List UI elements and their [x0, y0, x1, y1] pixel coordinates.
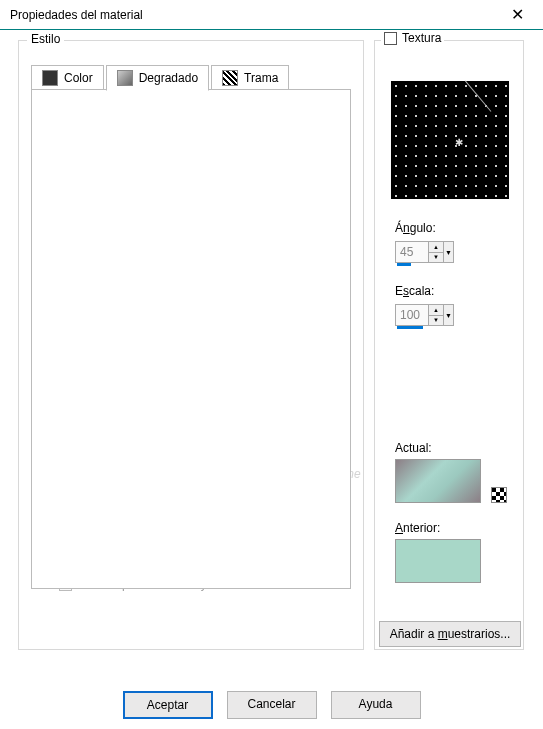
pattern-swatch-icon: [222, 70, 238, 86]
tab-panel: [31, 89, 351, 589]
cancelar-button[interactable]: Cancelar: [227, 691, 317, 719]
close-button[interactable]: ✕: [497, 2, 537, 28]
tab-color-label: Color: [64, 71, 93, 85]
window-title: Propiedades del material: [10, 8, 143, 22]
tex-ang-range-indicator: [397, 263, 411, 266]
gradient-swatch-icon: [117, 70, 133, 86]
anterior-label: Anterior:: [395, 521, 440, 535]
tex-angulo-spinner[interactable]: ▲▼ ▼: [395, 241, 454, 263]
textura-checkbox[interactable]: Textura: [381, 31, 444, 45]
textura-legend: Textura: [402, 31, 441, 45]
ayuda-button[interactable]: Ayuda: [331, 691, 421, 719]
solid-swatch-icon: [42, 70, 58, 86]
textura-check-icon: [384, 32, 397, 45]
actual-label: Actual:: [395, 441, 432, 455]
texture-preview[interactable]: ✱: [391, 81, 509, 199]
tex-esc-range-indicator: [397, 326, 423, 329]
tab-degradado-label: Degradado: [139, 71, 198, 85]
estilo-group: Estilo Color Degradado Trama Editar... /…: [18, 40, 364, 650]
transparency-icon[interactable]: [491, 487, 507, 503]
tex-ang-up-icon[interactable]: ▲: [429, 242, 443, 253]
anadir-muestrarios-button[interactable]: Añadir a muestrarios...: [379, 621, 521, 647]
actual-swatch[interactable]: [395, 459, 481, 503]
textura-group: Textura ✱ Ángulo: ▲▼ ▼ Escala: ▲▼ ▼ Actu…: [374, 40, 524, 650]
tex-escala-input[interactable]: [395, 304, 429, 326]
tex-esc-menu-icon[interactable]: ▼: [444, 304, 454, 326]
tex-ang-down-icon[interactable]: ▼: [429, 253, 443, 263]
tex-ang-menu-icon[interactable]: ▼: [444, 241, 454, 263]
tex-esc-down-icon[interactable]: ▼: [429, 316, 443, 326]
tab-trama[interactable]: Trama: [211, 65, 289, 91]
tab-color[interactable]: Color: [31, 65, 104, 91]
tex-escala-spinner[interactable]: ▲▼ ▼: [395, 304, 454, 326]
aceptar-button[interactable]: Aceptar: [123, 691, 213, 719]
titlebar: Propiedades del material ✕: [0, 0, 543, 30]
estilo-legend: Estilo: [27, 32, 64, 46]
style-tabs: Color Degradado Trama: [31, 65, 289, 91]
tex-escala-label: Escala:: [395, 284, 434, 298]
dialog-buttons: Aceptar Cancelar Ayuda: [0, 691, 543, 719]
dialog-content: Estilo Color Degradado Trama Editar... /…: [0, 30, 543, 690]
tex-angulo-input[interactable]: [395, 241, 429, 263]
tab-trama-label: Trama: [244, 71, 278, 85]
tex-angulo-label: Ángulo:: [395, 221, 436, 235]
tab-degradado[interactable]: Degradado: [106, 65, 209, 91]
tex-esc-up-icon[interactable]: ▲: [429, 305, 443, 316]
anterior-swatch[interactable]: [395, 539, 481, 583]
